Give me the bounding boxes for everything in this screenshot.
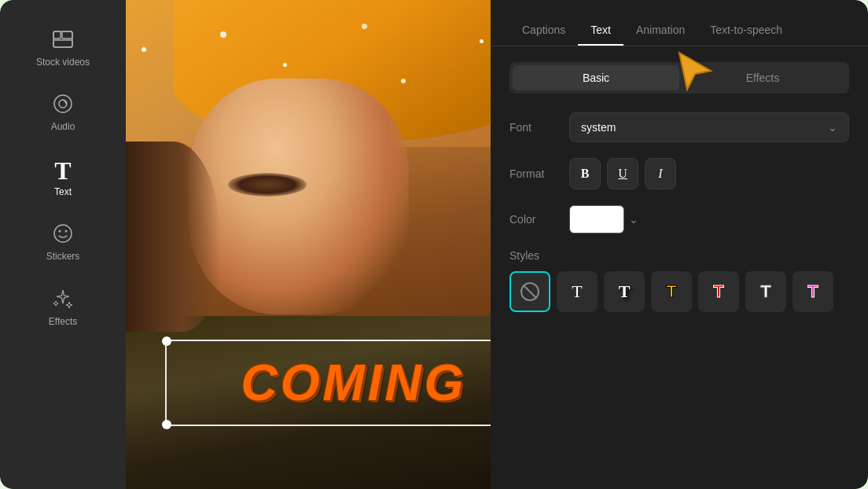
tab-text[interactable]: Text bbox=[578, 16, 623, 46]
styles-row: T T T T T T bbox=[509, 271, 849, 312]
style-none-button[interactable] bbox=[509, 271, 550, 312]
svg-marker-11 bbox=[679, 53, 711, 90]
style-plain-button[interactable]: T bbox=[557, 271, 598, 312]
svg-point-6 bbox=[54, 225, 72, 242]
style-white-button[interactable]: T bbox=[745, 271, 786, 312]
sidebar-item-label-stickers: Stickers bbox=[46, 251, 80, 262]
tab-animation[interactable]: Animation bbox=[623, 16, 697, 46]
sidebar-item-label-stock-videos: Stock videos bbox=[36, 57, 90, 68]
svg-rect-1 bbox=[53, 31, 61, 39]
cursor-pointer bbox=[671, 49, 719, 96]
svg-rect-2 bbox=[62, 31, 72, 39]
handle-bottom-left[interactable] bbox=[162, 420, 171, 429]
handle-top-left[interactable] bbox=[162, 336, 171, 346]
font-value: system bbox=[581, 121, 616, 134]
format-label: Format bbox=[509, 167, 560, 180]
font-label: Font bbox=[509, 121, 560, 134]
format-bold-button[interactable]: B bbox=[569, 158, 601, 189]
sidebar-item-text[interactable]: T Text bbox=[0, 145, 126, 210]
sidebar-item-label-audio: Audio bbox=[51, 121, 75, 132]
style-yellow-button[interactable]: T bbox=[651, 271, 692, 312]
sidebar-item-label-effects: Effects bbox=[49, 316, 77, 327]
sidebar: Stock videos Audio T Text Stickers bbox=[0, 0, 126, 489]
format-buttons: B U I bbox=[569, 158, 676, 189]
svg-point-4 bbox=[54, 95, 72, 112]
svg-line-10 bbox=[524, 285, 536, 298]
stock-videos-icon bbox=[52, 28, 74, 53]
color-swatch[interactable] bbox=[569, 205, 624, 233]
panel-tabs: Captions Text Animation Text-to-speech bbox=[491, 16, 868, 46]
font-chevron-icon: ⌄ bbox=[828, 121, 837, 134]
sidebar-item-label-text: Text bbox=[54, 186, 72, 197]
styles-section: Styles T T T T T bbox=[509, 249, 849, 312]
sidebar-item-stock-videos[interactable]: Stock videos bbox=[0, 16, 126, 80]
stickers-icon bbox=[52, 222, 74, 248]
svg-rect-3 bbox=[53, 40, 72, 47]
audio-icon bbox=[52, 93, 74, 118]
format-italic-button[interactable]: I bbox=[645, 158, 676, 189]
color-label: Color bbox=[509, 213, 560, 226]
color-chevron-icon[interactable]: ⌄ bbox=[629, 213, 638, 226]
style-shadow-button[interactable]: T bbox=[604, 271, 645, 312]
effects-icon bbox=[52, 288, 74, 313]
sidebar-item-audio[interactable]: Audio bbox=[0, 80, 126, 145]
svg-point-8 bbox=[65, 230, 68, 233]
color-row: Color ⌄ bbox=[509, 205, 849, 233]
coming-text: COMING bbox=[241, 354, 466, 412]
toggle-basic[interactable]: Basic bbox=[513, 65, 679, 90]
svg-rect-0 bbox=[53, 31, 72, 47]
styles-label: Styles bbox=[509, 249, 849, 262]
tab-text-to-speech[interactable]: Text-to-speech bbox=[697, 16, 795, 46]
sidebar-item-stickers[interactable]: Stickers bbox=[0, 210, 126, 274]
color-row-inner: ⌄ bbox=[569, 205, 638, 233]
font-dropdown[interactable]: system ⌄ bbox=[569, 112, 849, 142]
svg-point-7 bbox=[59, 230, 61, 233]
style-pink-button[interactable]: T bbox=[793, 271, 833, 312]
style-red-button[interactable]: T bbox=[698, 271, 739, 312]
tab-captions[interactable]: Captions bbox=[509, 16, 578, 46]
text-icon: T bbox=[54, 158, 71, 183]
text-overlay-box[interactable]: COMING bbox=[165, 340, 542, 426]
format-row: Format B U I bbox=[509, 158, 849, 189]
sidebar-item-effects[interactable]: Effects bbox=[0, 275, 126, 340]
font-row: Font system ⌄ bbox=[509, 112, 849, 142]
format-underline-button[interactable]: U bbox=[607, 158, 638, 189]
